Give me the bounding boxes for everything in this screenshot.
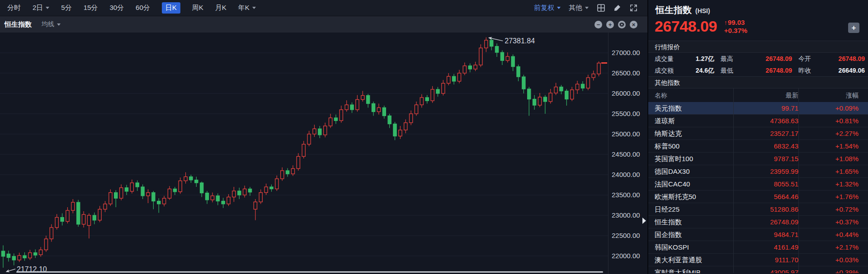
index-name: 标普500 — [655, 140, 733, 153]
index-last: 5664.46 — [733, 190, 798, 203]
layout-grid-icon[interactable] — [597, 4, 605, 12]
collapse-panel-handle[interactable] — [642, 218, 646, 224]
price-change-percent: +0.37% — [724, 27, 747, 35]
other-dropdown[interactable]: 其他 — [569, 4, 589, 12]
index-name: 德国DAX30 — [655, 165, 733, 178]
tab-5分[interactable]: 5分 — [61, 4, 71, 12]
index-ticker: (HSI) — [695, 7, 710, 14]
index-last: 23527.17 — [733, 127, 798, 140]
adjust-dropdown[interactable]: 前复权 — [534, 4, 561, 12]
quote-value: 26748.09 — [749, 65, 792, 76]
index-name: 日经225 — [655, 203, 733, 216]
y-axis-tick: 23000.00 — [612, 211, 645, 219]
index-row-美元指数[interactable]: 美元指数99.71+0.09% — [648, 102, 868, 115]
index-last: 9484.71 — [733, 228, 798, 241]
candlestick-chart[interactable]: 27381.8421712.10 27000.0026500.0026000.0… — [0, 33, 647, 274]
y-axis-tick: 24000.00 — [612, 171, 645, 179]
chart-zoom-controls: − + × — [594, 21, 647, 28]
index-last: 9787.15 — [733, 153, 798, 165]
tab-30分[interactable]: 30分 — [109, 4, 124, 12]
ma-dropdown-label: 均线 — [42, 20, 54, 28]
index-row-韩国KOSPI[interactable]: 韩国KOSPI4161.49+2.17% — [648, 241, 868, 254]
tab-年K[interactable]: 年K — [238, 4, 256, 12]
tab-分时[interactable]: 分时 — [7, 4, 21, 12]
symbol-group: 恒生指数 均线 — [0, 20, 61, 29]
index-change: +1.76% — [798, 190, 859, 203]
indices-table-header: 名称最新涨幅 — [648, 88, 868, 102]
zoom-in-icon[interactable]: + — [606, 21, 614, 28]
index-row-欧洲斯托克50[interactable]: 欧洲斯托克505664.46+1.76% — [648, 190, 868, 203]
index-change: +2.17% — [798, 241, 859, 254]
index-row-澳大利亚普通股[interactable]: 澳大利亚普通股9111.70+0.03% — [648, 254, 868, 266]
chart-subtoolbar: 恒生指数 均线 − + × — [0, 16, 647, 33]
brush-icon[interactable] — [613, 4, 621, 12]
index-last: 43005.97 — [733, 266, 798, 273]
close-icon[interactable]: × — [630, 21, 637, 28]
index-change: +2.27% — [798, 127, 859, 140]
index-name: 欧洲斯托克50 — [655, 190, 733, 203]
other-dropdown-label: 其他 — [569, 4, 582, 12]
y-axis-tick: 26500.00 — [612, 69, 645, 77]
tab-15分[interactable]: 15分 — [84, 4, 98, 12]
add-to-watchlist-button[interactable]: + — [848, 23, 859, 33]
quote-value: 26649.06 — [819, 65, 865, 76]
index-change: +1.32% — [798, 178, 859, 190]
quote-price-row: 26748.09 ↑99.03 +0.37% + — [648, 16, 868, 35]
chevron-down-icon — [585, 7, 589, 9]
y-axis-tick: 25500.00 — [612, 110, 645, 118]
y-axis-tick: 23500.00 — [612, 191, 645, 199]
index-name: 美元指数 — [655, 102, 733, 115]
index-name: 英国富时100 — [655, 153, 733, 165]
fullscreen-icon[interactable] — [629, 4, 637, 12]
change-block: ↑99.03 +0.37% — [724, 17, 747, 35]
index-change: +0.09% — [798, 102, 859, 115]
price-change: ↑99.03 — [724, 19, 747, 27]
index-row-恒生指数[interactable]: 恒生指数26748.09+0.37% — [648, 216, 868, 228]
index-last: 6832.43 — [733, 140, 798, 153]
index-change: +1.65% — [798, 165, 859, 178]
y-axis-tick: 25000.00 — [612, 130, 645, 138]
index-row-标普500[interactable]: 标普5006832.43+1.54% — [648, 140, 868, 153]
tab-60分[interactable]: 60分 — [136, 4, 150, 12]
index-change: +0.03% — [798, 254, 859, 266]
last-price-marker — [601, 62, 607, 64]
index-change: +0.72% — [798, 203, 859, 216]
column-header-name: 名称 — [655, 88, 733, 102]
index-row-道琼斯[interactable]: 道琼斯47368.63+0.81% — [648, 115, 868, 127]
section-indices-title: 其他指数 — [648, 76, 868, 88]
tab-2日[interactable]: 2日 — [33, 4, 49, 12]
quote-value: 1.27亿 — [686, 53, 714, 65]
y-axis-tick: 24500.00 — [612, 150, 645, 158]
axis-separator — [608, 33, 609, 274]
quote-label: 成交额 — [655, 65, 686, 76]
settings-icon[interactable] — [618, 21, 626, 28]
ma-dropdown[interactable]: 均线 — [42, 20, 61, 28]
quote-value: 24.6亿 — [686, 65, 714, 76]
index-row-国企指数[interactable]: 国企指数9484.71+0.44% — [648, 228, 868, 241]
index-last: 51280.86 — [733, 203, 798, 216]
tab-日K[interactable]: 日K — [162, 2, 180, 14]
quote-label: 最高 — [714, 53, 749, 65]
index-row-纳斯达克[interactable]: 纳斯达克23527.17+2.27% — [648, 127, 868, 140]
chart-options-group: 前复权 其他 — [534, 4, 647, 12]
tab-周K[interactable]: 周K — [192, 4, 203, 12]
index-row-英国富时100[interactable]: 英国富时1009787.15+1.08% — [648, 153, 868, 165]
chart-panel: 分时2日5分15分30分60分日K周K月K年K 前复权 其他 恒生指数 均线 — [0, 0, 647, 274]
tab-月K[interactable]: 月K — [215, 4, 226, 12]
column-header-last: 最新 — [733, 88, 798, 102]
adjust-dropdown-label: 前复权 — [534, 4, 554, 12]
last-price: 26748.09 — [655, 17, 717, 35]
svg-text:27381.84: 27381.84 — [505, 37, 535, 45]
quote-panel: 恒生指数 (HSI) 26748.09 ↑99.03 +0.37% + 行情报价… — [647, 0, 868, 274]
chart-scrollbar[interactable] — [16, 271, 603, 273]
y-axis-tick: 26000.00 — [612, 89, 645, 98]
index-name: 法国CAC40 — [655, 178, 733, 190]
indices-table: 美元指数99.71+0.09%道琼斯47368.63+0.81%纳斯达克2352… — [648, 102, 868, 273]
index-row-法国CAC40[interactable]: 法国CAC408055.51+1.32% — [648, 178, 868, 190]
index-row-富时意大利MIB[interactable]: 富时意大利MIB43005.97+0.39% — [648, 266, 868, 273]
period-toolbar: 分时2日5分15分30分60分日K周K月K年K 前复权 其他 — [0, 0, 647, 16]
index-row-日经225[interactable]: 日经22551280.86+0.72% — [648, 203, 868, 216]
column-header-change: 涨幅 — [798, 88, 859, 102]
zoom-out-icon[interactable]: − — [594, 21, 602, 28]
index-row-德国DAX30[interactable]: 德国DAX3023959.99+1.65% — [648, 165, 868, 178]
